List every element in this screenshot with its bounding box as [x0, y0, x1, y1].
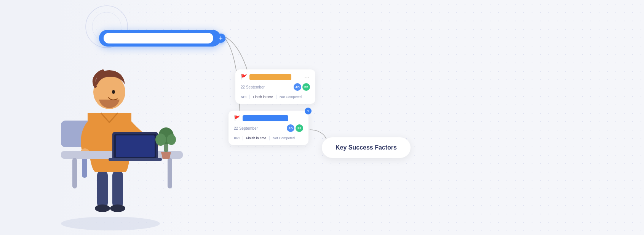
task-date-2: 22 September [234, 126, 258, 130]
notification-badge-2: 1 [305, 108, 312, 114]
svg-rect-15 [72, 158, 77, 188]
avatar-ad-1: AD [294, 83, 301, 91]
svg-rect-20 [116, 135, 155, 157]
avatar-group-2: AD SS [287, 124, 303, 132]
kpi-label-1: KPI [241, 95, 246, 99]
kpi-divider-2b [269, 136, 270, 140]
task-card-1-header: 🚩 ··· [241, 74, 310, 80]
task-progress-bar-2 [243, 115, 288, 121]
kpi-value-2: Finish in time [246, 136, 266, 140]
avatar-ss-1: SS [302, 83, 310, 91]
svg-point-25 [167, 134, 176, 145]
kpi-status-1: Not Competed [280, 95, 302, 99]
avatar-group-1: AD SS [294, 83, 310, 91]
flag-icon-2: 🚩 [234, 115, 240, 121]
kpi-status-2: Not Competed [273, 136, 295, 140]
svg-rect-6 [112, 170, 123, 208]
ksf-label: Key Success Factors [336, 144, 397, 151]
task-kpi-row-2: KPI Finish in time Not Competed [234, 136, 303, 140]
flag-icon-1: 🚩 [241, 74, 247, 80]
card-menu-1[interactable]: ··· [304, 74, 310, 80]
task-card-2-header: 🚩 [234, 115, 303, 121]
task-card-2: 1 🚩 22 September AD SS KPI Finish in tim… [229, 111, 308, 145]
avatar-ad-2: AD [287, 124, 294, 132]
search-input-inner [104, 33, 213, 43]
kpi-label-2: KPI [234, 136, 240, 140]
svg-point-24 [155, 134, 166, 146]
task-progress-bar-1 [249, 74, 291, 80]
person-illustration [23, 21, 190, 235]
ksf-node: Key Success Factors [322, 137, 411, 158]
svg-rect-21 [109, 158, 162, 161]
task-kpi-row-1: KPI Finish in time Not Competed [241, 95, 310, 99]
task-date-row-1: 22 September AD SS [241, 83, 310, 91]
task-card-2-left: 🚩 [234, 115, 303, 121]
task-card-1: 🚩 ··· 22 September AD SS KPI Finish in t… [235, 69, 315, 104]
svg-point-8 [110, 204, 125, 212]
avatar-ss-2: SS [296, 124, 303, 132]
search-bar[interactable]: + [99, 30, 221, 47]
svg-point-13 [112, 90, 115, 94]
svg-point-7 [95, 204, 110, 212]
kpi-divider-1b [276, 95, 276, 99]
ksf-container: Key Success Factors [322, 137, 411, 158]
kpi-divider-2 [243, 136, 243, 140]
kpi-divider-1 [249, 95, 250, 99]
svg-point-2 [61, 217, 160, 230]
task-date-1: 22 September [241, 85, 265, 89]
svg-rect-16 [168, 158, 172, 188]
task-date-row-2: 22 September AD SS [234, 124, 303, 132]
search-bar-node: + [99, 30, 221, 47]
svg-rect-5 [97, 170, 108, 208]
task-card-1-left: 🚩 [241, 74, 304, 80]
kpi-value-1: Finish in time [253, 95, 273, 99]
add-button[interactable]: + [216, 34, 225, 43]
